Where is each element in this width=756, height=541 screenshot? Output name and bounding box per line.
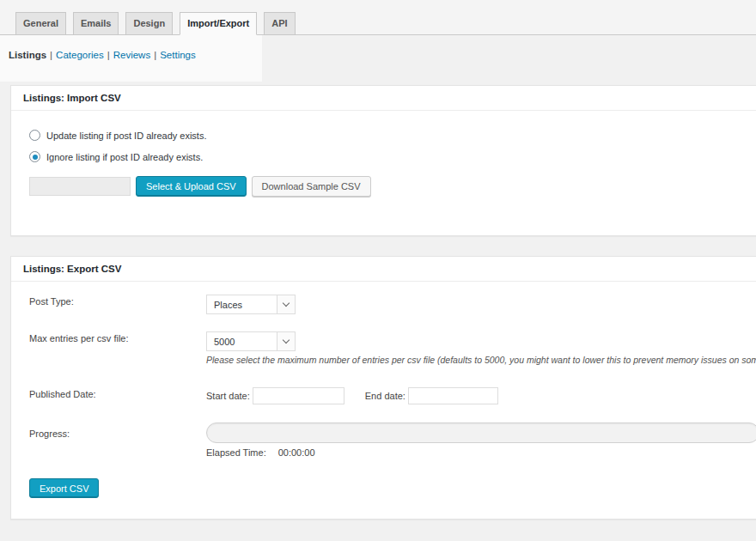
radio-button-icon[interactable] — [29, 151, 40, 162]
progress-bar — [206, 422, 756, 443]
select-upload-csv-button[interactable]: Select & Upload CSV — [136, 176, 247, 197]
subnav-item-listings[interactable]: Listings — [9, 50, 46, 60]
start-date-label: Start date: — [206, 391, 250, 401]
progress-label: Progress: — [29, 429, 70, 439]
tab-emails[interactable]: Emails — [73, 12, 119, 35]
csv-file-field[interactable] — [29, 177, 131, 196]
subnav-item-settings[interactable]: Settings — [160, 50, 196, 60]
start-date-input[interactable] — [253, 387, 344, 404]
subnav-separator: | — [107, 50, 110, 60]
radio-label: Update listing if post ID already exists… — [46, 131, 206, 141]
settings-page: General Emails Design Import/Export API … — [0, 0, 756, 541]
post-type-select[interactable]: Places — [206, 295, 296, 314]
export-panel-title: Listings: Export CSV — [11, 257, 756, 282]
published-date-row: Start date: End date: — [206, 387, 498, 404]
max-entries-select[interactable]: 5000 — [206, 331, 296, 351]
radio-label: Ignore listing if post ID already exists… — [46, 152, 203, 162]
subnav: Listings|Categories|Reviews|Settings — [9, 50, 196, 60]
elapsed-time-value: 00:00:00 — [278, 447, 315, 458]
chevron-down-icon — [277, 332, 295, 350]
elapsed-time-label: Elapsed Time: — [206, 447, 266, 458]
tab-bar: General Emails Design Import/Export API — [15, 12, 296, 35]
published-date-label: Published Date: — [29, 389, 96, 399]
tab-import-export[interactable]: Import/Export — [180, 12, 257, 35]
import-panel-title: Listings: Import CSV — [11, 86, 756, 111]
max-entries-selected-value: 5000 — [207, 337, 277, 347]
post-type-selected-value: Places — [207, 300, 277, 310]
post-type-label: Post Type: — [29, 296, 74, 307]
end-date-input[interactable] — [408, 387, 498, 404]
max-entries-label: Max entries per csv file: — [29, 333, 129, 343]
subnav-separator: | — [50, 50, 52, 60]
elapsed-time-row: Elapsed Time: 00:00:00 — [206, 447, 315, 458]
tab-design[interactable]: Design — [125, 12, 173, 35]
export-csv-button[interactable]: Export CSV — [29, 478, 99, 498]
subnav-item-categories[interactable]: Categories — [56, 50, 104, 60]
tab-api[interactable]: API — [264, 12, 295, 35]
import-csv-panel: Listings: Import CSV Update listing if p… — [10, 85, 756, 236]
upload-row: Select & Upload CSV Download Sample CSV — [29, 176, 756, 197]
radio-button-icon[interactable] — [29, 130, 40, 141]
chevron-down-icon — [277, 295, 295, 313]
download-sample-csv-button[interactable]: Download Sample CSV — [252, 176, 371, 197]
export-csv-panel: Listings: Export CSV Post Type: Places M… — [10, 256, 756, 520]
tab-general[interactable]: General — [15, 12, 66, 35]
import-panel-body: Update listing if post ID already exists… — [11, 111, 756, 197]
radio-option-ignore-listing[interactable]: Ignore listing if post ID already exists… — [29, 151, 756, 162]
subnav-item-reviews[interactable]: Reviews — [113, 50, 150, 60]
subnav-separator: | — [154, 50, 156, 60]
max-entries-description: Please select the maximum number of entr… — [206, 355, 756, 365]
radio-option-update-listing[interactable]: Update listing if post ID already exists… — [29, 130, 756, 141]
end-date-label: End date: — [365, 391, 405, 401]
